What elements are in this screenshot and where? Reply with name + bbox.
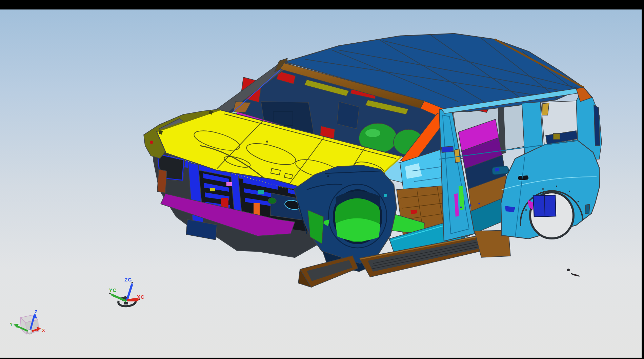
clip-green-knob <box>268 198 276 204</box>
bottom-chrome-strip <box>0 358 644 359</box>
front-floor-pan-visible[interactable] <box>336 218 380 241</box>
clip-teal-part <box>258 190 264 194</box>
tip-red-dot <box>150 141 153 144</box>
abs-z-label: Z <box>35 309 37 314</box>
cad-graphics-window[interactable]: ZC YC XC Z Y X <box>0 0 644 359</box>
window-tan-bracket <box>542 103 549 115</box>
abs-origin-sphere <box>27 330 32 334</box>
clip-rust-part <box>157 169 167 193</box>
wcs-x-label: XC <box>137 294 145 300</box>
door-handle-recess[interactable] <box>492 166 509 175</box>
clip-yellow-part <box>210 188 215 191</box>
clip-pink-part <box>226 182 232 186</box>
window-olive-box <box>553 133 560 140</box>
hood-screw <box>266 141 268 143</box>
handle-blue-glint <box>495 168 499 171</box>
seat-highlight <box>365 129 380 137</box>
b-pillar-blue-part <box>441 146 453 152</box>
wcs-y-label: YC <box>109 287 117 293</box>
abs-y-label: Y <box>10 322 13 327</box>
rear-bracket-tab <box>585 204 590 214</box>
wcs-origin-knob[interactable] <box>124 302 128 304</box>
fuel-filler-recess[interactable] <box>518 175 529 181</box>
wcs-z-label: ZC <box>124 277 132 282</box>
b-pillar-striker-bracket <box>454 149 460 163</box>
fender-teal-hole <box>384 194 387 197</box>
right-chrome-strip <box>642 0 644 359</box>
fender-screw <box>327 175 329 177</box>
abs-x-label: X <box>42 328 45 333</box>
top-chrome-bar <box>0 0 644 9</box>
